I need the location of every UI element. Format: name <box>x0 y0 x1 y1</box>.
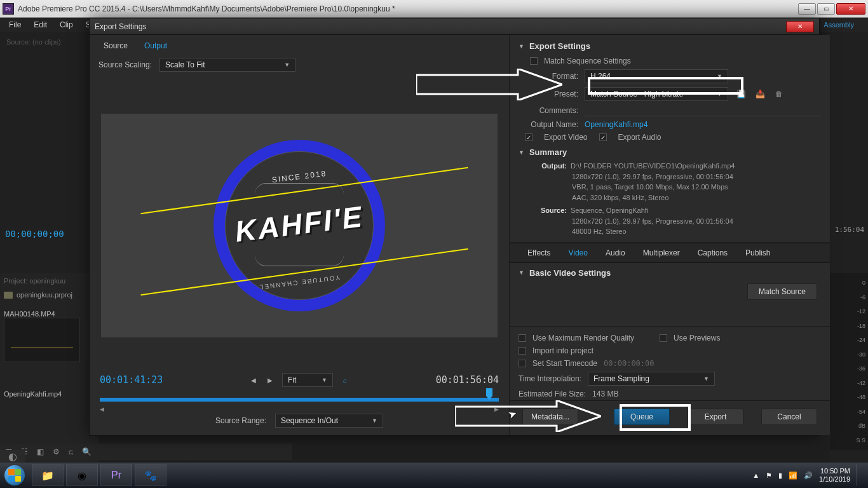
import-project-checkbox[interactable] <box>519 347 526 355</box>
use-previews-checkbox[interactable] <box>660 334 667 342</box>
out-timecode: 00:01:56:04 <box>436 374 499 386</box>
meter-tick: -18 <box>831 323 865 329</box>
clip-name[interactable]: MAH00148.MP4 <box>4 308 95 318</box>
tab-effects[interactable]: Effects <box>519 243 559 262</box>
taskbar-premiere-icon[interactable]: Pr <box>100 464 132 486</box>
disclosure-triangle-icon[interactable]: ▼ <box>519 149 524 156</box>
source-range-label: Source Range: <box>215 416 266 425</box>
menu-edit[interactable]: Edit <box>27 19 53 30</box>
match-source-button[interactable]: Match Source <box>747 283 817 300</box>
match-sequence-checkbox[interactable] <box>530 57 538 65</box>
audio-meters: 0 -6 -12 -18 -24 -30 -36 -42 -48 -54 dB … <box>830 273 868 450</box>
window-maximize-button[interactable]: ▭ <box>817 3 835 15</box>
menu-file[interactable]: File <box>3 19 27 30</box>
use-max-render-checkbox[interactable] <box>519 334 526 342</box>
summary-line: VBR, 1 pass, Target 10.00 Mbps, Max 12.0… <box>527 182 821 193</box>
clip-name[interactable]: OpeningKahfi.mp4 <box>4 388 95 398</box>
use-max-render-label: Use Maximum Render Quality <box>532 334 634 342</box>
menu-clip[interactable]: Clip <box>53 19 79 30</box>
import-preset-icon[interactable]: 📥 <box>754 88 766 100</box>
tray-battery-icon[interactable]: ▮ <box>778 471 782 480</box>
show-desktop-button[interactable] <box>857 464 862 486</box>
freeform-view-icon[interactable]: ◧ <box>37 447 44 456</box>
match-sequence-label: Match Sequence Settings <box>544 57 631 65</box>
tab-output[interactable]: Output <box>137 39 175 53</box>
delete-preset-icon[interactable]: 🗑 <box>773 88 785 100</box>
slider-scroll-left-icon[interactable]: ◀ <box>100 406 104 412</box>
time-interp-dropdown[interactable]: Frame Sampling ▼ <box>588 372 715 386</box>
prev-frame-button[interactable]: ◀ <box>249 376 258 384</box>
meter-solo[interactable]: S S <box>831 437 865 444</box>
metadata-button[interactable]: Metadata... <box>522 409 578 425</box>
tray-date: 1/10/2019 <box>819 475 850 484</box>
est-size-value: 143 MB <box>592 390 618 398</box>
meter-tick: -48 <box>831 394 865 400</box>
clip-thumbnail[interactable] <box>4 318 80 362</box>
set-start-tc-value[interactable]: 00:00:00:00 <box>604 359 654 368</box>
disclosure-triangle-icon[interactable]: ▼ <box>519 269 524 276</box>
tab-video[interactable]: Video <box>559 243 596 262</box>
output-name-link[interactable]: OpeningKahfi.mp4 <box>585 120 648 129</box>
summary-source-label: Source: <box>527 205 567 216</box>
set-start-tc-label: Set Start Timecode <box>532 359 597 368</box>
summary-line: D:\! FOLDER YOUTUBE\VIDEO1\OpeningKahfi.… <box>571 162 735 170</box>
tray-clock[interactable]: 10:50 PM 1/10/2019 <box>819 467 850 484</box>
automate-icon[interactable]: ⎌ <box>69 447 73 456</box>
tray-flag-icon[interactable]: ⚑ <box>766 471 772 480</box>
source-range-dropdown[interactable]: Sequence In/Out ▼ <box>275 414 383 428</box>
export-detail-tabs: Effects Video Audio Multiplexer Captions… <box>510 243 830 263</box>
tray-show-hidden-icon[interactable]: ▲ <box>752 471 759 479</box>
next-frame-button[interactable]: ▶ <box>266 376 275 384</box>
in-timecode[interactable]: 00:01:41:23 <box>100 374 163 386</box>
meter-tick: -36 <box>831 365 865 372</box>
disclosure-triangle-icon[interactable]: ▼ <box>519 43 524 50</box>
summary-line: 1280x720 (1.0), 29.97 fps, Progressive, … <box>527 216 821 227</box>
tab-source[interactable]: Source <box>96 39 135 53</box>
source-range-value: Sequence In/Out <box>281 416 338 425</box>
format-dropdown[interactable]: H.264 ▼ <box>585 69 728 83</box>
range-slider[interactable]: ◀ ▶ <box>100 392 499 407</box>
taskbar-explorer-icon[interactable]: 📁 <box>32 464 64 486</box>
queue-button[interactable]: Queue <box>614 409 670 425</box>
summary-line: 1280x720 (1.0), 29.97 fps, Progressive, … <box>527 172 821 182</box>
window-minimize-button[interactable]: — <box>798 3 816 15</box>
export-button[interactable]: Export <box>688 409 743 425</box>
sort-icon[interactable]: ⚙ <box>53 447 60 456</box>
export-audio-checkbox[interactable]: ✓ <box>599 133 607 141</box>
find-icon[interactable]: 🔍 <box>82 447 92 456</box>
tab-multiplexer[interactable]: Multiplexer <box>634 243 689 262</box>
summary-line: AAC, 320 kbps, 48 kHz, Stereo <box>527 193 821 203</box>
workspace-indicator[interactable]: Assembly <box>817 20 860 30</box>
taskbar-gom-icon[interactable]: 🐾 <box>135 464 166 486</box>
tray-network-icon[interactable]: 📶 <box>789 471 797 480</box>
comments-label: Comments: <box>519 106 578 115</box>
pancake-icon[interactable]: ◐ <box>0 450 25 463</box>
tab-publish[interactable]: Publish <box>736 243 779 262</box>
chevron-down-icon: ▼ <box>703 376 709 382</box>
save-preset-icon[interactable]: 💾 <box>735 88 747 100</box>
app-icon: Pr <box>3 3 14 15</box>
cancel-button[interactable]: Cancel <box>761 409 817 425</box>
tab-captions[interactable]: Captions <box>689 243 736 262</box>
dialog-title-text: Export Settings <box>95 22 146 31</box>
format-label: Format: <box>519 72 578 81</box>
preset-dropdown[interactable]: Match Source - High bitrate ▼ <box>585 87 728 101</box>
source-scaling-dropdown[interactable]: Scale To Fit ▼ <box>159 58 295 72</box>
window-close-button[interactable]: ✕ <box>836 3 865 15</box>
tray-volume-icon[interactable]: 🔊 <box>804 471 813 480</box>
zoom-fit-dropdown[interactable]: Fit ▼ <box>282 373 333 387</box>
est-size-label: Estimated File Size: <box>519 390 586 398</box>
start-button[interactable] <box>0 463 29 488</box>
aspect-correction-icon[interactable]: ⌂ <box>341 376 349 384</box>
dialog-close-button[interactable]: ✕ <box>786 21 814 32</box>
tab-audio[interactable]: Audio <box>597 243 634 262</box>
summary-line: Sequence, OpeningKahfi <box>571 207 648 214</box>
project-file-name[interactable]: openingkuu.prproj <box>17 291 72 299</box>
taskbar-chrome-icon[interactable]: ◉ <box>66 464 98 486</box>
set-start-tc-checkbox[interactable] <box>519 360 526 367</box>
slider-scroll-right-icon[interactable]: ▶ <box>494 406 499 412</box>
export-video-checkbox[interactable]: ✓ <box>525 133 532 141</box>
summary-line: 48000 Hz, Stereo <box>527 226 821 237</box>
video-preview: SINCE 2018 KAHFI'E YOUTUBE CHANNEL <box>101 114 498 337</box>
comments-input[interactable] <box>585 105 821 116</box>
